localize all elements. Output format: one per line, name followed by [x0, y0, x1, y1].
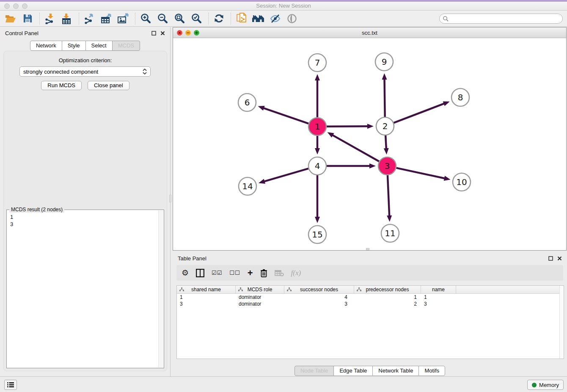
- graph-edge-4-14[interactable]: [263, 168, 308, 182]
- column-settings-button[interactable]: ⚙: [182, 268, 189, 278]
- export-table-button[interactable]: [100, 12, 113, 25]
- tab-select[interactable]: Select: [85, 41, 113, 51]
- network-document-icon: [236, 13, 246, 24]
- graph-node-label: 1: [315, 121, 320, 132]
- column-header-predecessor-nodes[interactable]: predecessor nodes: [354, 286, 421, 293]
- zoom-in-button[interactable]: [139, 12, 152, 25]
- cell-mcds-role[interactable]: dominator: [236, 294, 284, 301]
- export-network-button[interactable]: [83, 12, 96, 25]
- result-scrollbar[interactable]: [158, 210, 163, 367]
- float-table-panel-icon[interactable]: [548, 256, 553, 261]
- close-panel-button[interactable]: Close panel: [88, 81, 129, 90]
- memory-button[interactable]: Memory: [527, 380, 564, 390]
- network-minimize-icon[interactable]: [185, 30, 191, 36]
- delete-column-button[interactable]: [260, 268, 267, 278]
- tab-motifs[interactable]: Motifs: [418, 366, 445, 376]
- new-network-from-selection-button[interactable]: [235, 12, 248, 25]
- hide-selected-button[interactable]: [269, 12, 281, 25]
- deselect-all-button[interactable]: ☐☐: [229, 268, 240, 278]
- cell-predecessor-nodes[interactable]: 1: [354, 294, 421, 301]
- table-row[interactable]: 1 dominator 4 1 1: [177, 294, 564, 301]
- import-table-button[interactable]: [61, 12, 73, 25]
- graph-edge-1-6[interactable]: [263, 108, 308, 124]
- cell-name[interactable]: 1: [421, 294, 456, 301]
- column-header-successor-nodes[interactable]: successor nodes: [284, 286, 354, 293]
- import-network-button[interactable]: [44, 12, 56, 25]
- graph-edge-3-11[interactable]: [388, 175, 389, 217]
- zoom-out-button[interactable]: [156, 12, 169, 25]
- graph-arrowhead: [367, 124, 374, 129]
- tab-network-table[interactable]: Network Table: [372, 366, 419, 376]
- node-table: shared name MCDS role successor nodes pr…: [176, 285, 564, 359]
- list-icon: [7, 382, 14, 388]
- save-session-button[interactable]: [21, 12, 34, 25]
- eye-icon: [286, 14, 298, 23]
- graph-edge-2-9[interactable]: [385, 78, 385, 117]
- cell-mcds-role[interactable]: dominator: [236, 301, 284, 307]
- cell-successor-nodes[interactable]: 4: [284, 294, 354, 301]
- show-all-networks-button[interactable]: [252, 12, 264, 25]
- cell-shared-name[interactable]: 3: [177, 301, 236, 307]
- column-header-name[interactable]: name: [421, 286, 456, 293]
- search-input[interactable]: [439, 14, 563, 24]
- graph-arrowhead: [384, 148, 389, 155]
- graph-edge-1-2[interactable]: [327, 126, 369, 127]
- network-canvas[interactable]: 7968124314101511: [173, 38, 566, 250]
- graph-arrowhead: [444, 176, 451, 181]
- export-table-icon: [101, 13, 112, 24]
- graph-edge-3-1[interactable]: [332, 135, 379, 161]
- open-session-button[interactable]: [4, 12, 17, 25]
- select-all-button[interactable]: ☑☑: [212, 268, 222, 278]
- zoom-selected-button[interactable]: [190, 12, 203, 25]
- graph-node-label: 11: [385, 228, 395, 238]
- network-close-icon[interactable]: [177, 30, 182, 36]
- cell-name[interactable]: 3: [421, 301, 456, 307]
- control-panel: Control Panel Network Style Select MCDS …: [0, 27, 171, 376]
- show-panels-button[interactable]: [4, 380, 17, 390]
- tab-mcds[interactable]: MCDS: [112, 41, 140, 51]
- graph-edge-2-8[interactable]: [394, 103, 445, 123]
- export-network-icon: [84, 13, 95, 24]
- graph-arrowhead: [315, 74, 320, 80]
- column-label: successor nodes: [300, 287, 338, 293]
- column-label: name: [432, 287, 445, 293]
- add-column-button[interactable]: +: [248, 268, 253, 278]
- control-panel-tabs: Network Style Select MCDS: [0, 41, 170, 51]
- optimization-criterion-select[interactable]: strongly connected component: [19, 66, 151, 77]
- network-window-titlebar: scc.txt: [173, 28, 566, 38]
- delete-table-icon: [275, 270, 284, 276]
- cell-predecessor-nodes[interactable]: 2: [354, 301, 421, 307]
- tab-network[interactable]: Network: [30, 41, 62, 51]
- cell-successor-nodes[interactable]: 3: [284, 301, 354, 307]
- show-hidden-button[interactable]: [286, 12, 298, 25]
- column-header-mcds-role[interactable]: MCDS role: [236, 286, 284, 293]
- network-column-icon: [179, 287, 184, 292]
- search-icon: [443, 16, 449, 22]
- column-label: shared name: [191, 287, 221, 293]
- graph-node-label: 4: [315, 161, 320, 171]
- run-mcds-button[interactable]: Run MCDS: [41, 81, 82, 90]
- split-columns-icon: [196, 269, 204, 277]
- cell-shared-name[interactable]: 1: [177, 294, 236, 301]
- graph-arrowhead: [369, 163, 376, 168]
- network-maximize-icon[interactable]: [194, 30, 199, 36]
- refresh-view-button[interactable]: [212, 12, 225, 25]
- graph-edge-3-10[interactable]: [396, 168, 446, 179]
- zoom-fit-button[interactable]: [173, 12, 186, 25]
- tab-edge-table[interactable]: Edge Table: [333, 366, 373, 376]
- table-scrollbar[interactable]: [559, 286, 564, 359]
- table-row[interactable]: 3 dominator 3 2 3: [177, 301, 564, 307]
- tab-node-table[interactable]: Node Table: [295, 366, 334, 376]
- import-network-icon: [44, 13, 55, 24]
- zoom-out-icon: [157, 13, 168, 24]
- close-panel-icon[interactable]: [160, 31, 165, 36]
- close-table-panel-icon[interactable]: [557, 256, 562, 261]
- export-image-button[interactable]: [117, 12, 129, 25]
- column-header-shared-name[interactable]: shared name: [177, 286, 236, 293]
- toggle-panes-button[interactable]: [196, 268, 204, 278]
- splitpane-handle[interactable]: [169, 195, 171, 202]
- float-panel-icon[interactable]: [151, 31, 156, 36]
- canvas-scroll-handle[interactable]: [366, 248, 369, 250]
- graph-edge-2-3[interactable]: [385, 135, 386, 149]
- tab-style[interactable]: Style: [62, 41, 86, 51]
